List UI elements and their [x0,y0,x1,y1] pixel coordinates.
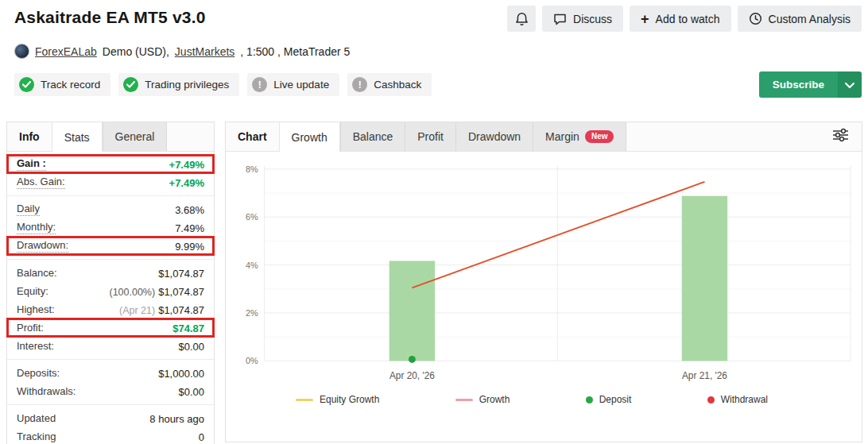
tab-balance[interactable]: Balance [340,122,406,151]
plus-icon: + [641,12,649,26]
stat-value: $1,000.00 [158,366,204,380]
stat-row-interest: Interest:$0.00 [7,337,214,355]
tab-chart[interactable]: Chart [226,122,279,151]
chart-panel: ChartGrowthBalanceProfitDrawdownMarginNe… [225,122,862,442]
stat-label: Abs. Gain: [17,176,65,189]
svg-text:6%: 6% [246,212,258,222]
stat-value: +7.49% [169,157,204,172]
tune-sliders-icon [832,128,849,145]
stat-value-prefix: (100.00%) [109,287,155,298]
verification-badges: Track recordTrading privileges!Live upda… [14,73,432,96]
subscribe-button[interactable]: Subscribe [759,71,862,98]
owner-link[interactable]: ForexEALab [35,45,97,58]
stat-row-tracking: Tracking0 [7,427,214,444]
legend-item-withdrawal[interactable]: Withdrawal [707,394,768,405]
stat-label: Equity: [17,285,48,297]
badge-label: Cashback [374,79,421,91]
stat-row-equity: Equity:(100.00%)$1,074.87 [7,282,214,300]
stat-label: Deposits: [17,367,60,379]
check-circle-icon [19,77,34,92]
legend-label: Equity Growth [320,394,379,405]
svg-text:Apr 20, '26: Apr 20, '26 [389,370,435,381]
stat-label: Monthly: [17,221,56,234]
header-actions: Discuss + Add to watch Custom Analysis [507,6,862,32]
tab-growth[interactable]: Growth [279,122,340,152]
stat-value-text: $1,074.87 [158,268,204,280]
stat-value-text: $74.87 [172,322,204,334]
tab-label: Margin [545,130,579,143]
tab-stats[interactable]: Stats [52,122,103,152]
tab-drawdown[interactable]: Drawdown [456,122,533,151]
header-row: Askaitrade EA MT5 v3.0 Discuss + Add to … [0,0,868,32]
stat-value: 3.68% [175,203,204,217]
discuss-label: Discuss [573,13,612,25]
stats-tabbar: InfoStatsGeneral [7,122,214,152]
stat-value: +7.49% [169,176,204,190]
legend-swatch [455,399,473,401]
legend-item-equity-growth[interactable]: Equity Growth [296,394,379,405]
subscribe-dropdown-toggle[interactable] [838,71,862,98]
exclamation-circle-icon: ! [252,77,267,92]
subscribe-label[interactable]: Subscribe [759,71,838,98]
legend-label: Withdrawal [721,394,768,405]
tab-info[interactable]: Info [7,122,52,151]
account-avatar[interactable] [14,44,29,59]
stat-value: $1,074.87 [158,266,204,280]
stat-value-text: $1,074.87 [158,286,204,298]
tab-margin[interactable]: MarginNew [533,122,626,151]
stat-row-highest: Highest:(Apr 21)$1,074.87 [7,300,214,319]
notifications-button[interactable] [507,6,536,32]
chart-settings-button[interactable] [820,122,862,151]
legend-item-deposit[interactable]: Deposit [586,394,632,405]
stat-value-text: 7.49% [175,222,204,234]
legend-swatch [586,396,593,403]
tab-label: Info [19,130,40,143]
tab-label: Balance [353,130,393,143]
stat-row-deposits: Deposits:$1,000.00 [7,364,214,382]
page-title: Askaitrade EA MT5 v3.0 [14,6,206,27]
stat-label: Gain : [17,157,46,171]
stat-value-text: +7.49% [169,177,204,189]
stat-label: Withdrawals: [17,385,76,397]
stat-row-gain: Gain :+7.49% [7,155,214,173]
stat-row-monthly: Monthly:7.49% [7,218,214,237]
stat-label: Daily [17,203,40,216]
add-to-watch-label: Add to watch [656,13,720,25]
stat-value-text: 3.68% [175,204,204,216]
broker-link[interactable]: JustMarkets [175,45,234,58]
stat-value: (100.00%)$1,074.87 [109,284,204,299]
deposit-marker [409,356,416,363]
legend-item-growth[interactable]: Growth [455,394,510,405]
stat-value-text: +7.49% [169,159,204,171]
stat-label: Interest: [17,340,54,352]
stat-label: Updated [17,412,56,424]
stat-row-abs-gain: Abs. Gain:+7.49% [7,173,214,191]
stat-value: 8 hours ago [149,411,204,426]
stat-row-profit: Profit:$74.87 [7,319,214,337]
tab-profit[interactable]: Profit [405,122,456,151]
badge-track-record: Track record [14,73,110,96]
growth-bar-1 [682,196,727,361]
badge-label: Track record [41,79,100,91]
stat-row-withdrawals: Withdrawals:$0.00 [7,382,214,400]
badge-cashback: !Cashback [347,73,432,96]
discuss-button[interactable]: Discuss [542,6,623,32]
stat-label: Profit: [17,322,44,334]
stats-divider [7,195,214,196]
add-to-watch-button[interactable]: + Add to watch [630,6,730,32]
tab-general[interactable]: General [103,122,168,151]
growth-line [412,182,704,288]
stat-label: Highest: [17,303,55,315]
main-area: InfoStatsGeneral Gain :+7.49%Abs. Gain:+… [6,122,862,444]
stat-label: Drawdown: [17,239,68,253]
chevron-down-icon [845,78,854,92]
stat-value: $74.87 [172,321,204,335]
svg-text:Apr 21, '26: Apr 21, '26 [682,370,727,381]
stats-divider [7,404,214,405]
stats-panel: InfoStatsGeneral Gain :+7.49%Abs. Gain:+… [6,122,215,444]
stat-label: Tracking [17,430,56,442]
custom-analysis-button[interactable]: Custom Analysis [738,6,862,32]
stat-value-prefix: (Apr 21) [119,305,155,316]
badges-row: Track recordTrading privileges!Live upda… [0,59,868,98]
account-details-text: , 1:500 , MetaTrader 5 [240,45,350,58]
